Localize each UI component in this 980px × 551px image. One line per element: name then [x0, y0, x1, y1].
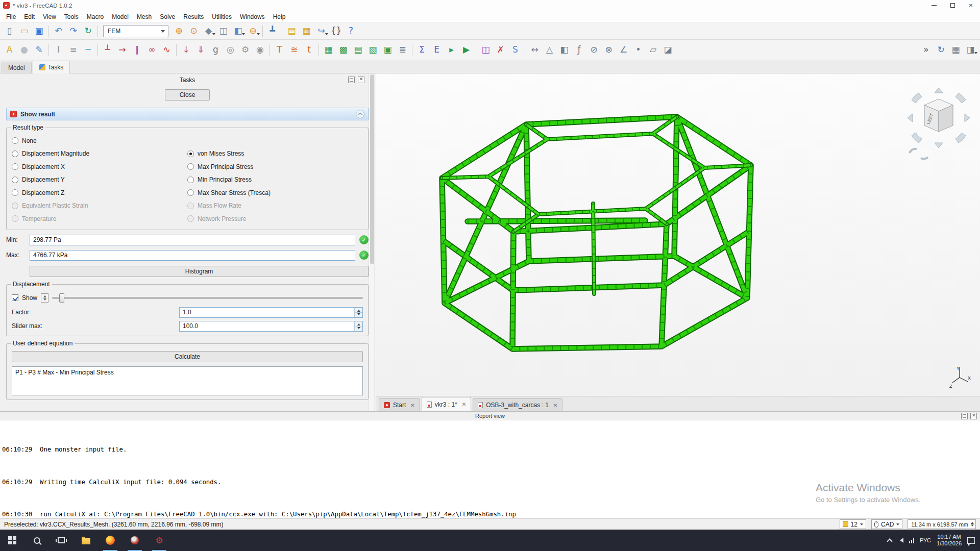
- toolbar-separator[interactable]: [46, 23, 51, 38]
- fem-material-solid-button[interactable]: ●: [17, 42, 32, 57]
- new-document-button[interactable]: ▯: [2, 23, 17, 38]
- menu-edit[interactable]: Edit: [20, 12, 39, 21]
- fem-mesh-boundary-layer-button[interactable]: ▤: [351, 42, 365, 57]
- tab-tasks[interactable]: Tasks: [33, 61, 70, 73]
- spin-down-icon[interactable]: [355, 313, 362, 317]
- navigation-cube[interactable]: LEFT: [900, 83, 977, 164]
- zoom-tools-button[interactable]: ⊖: [246, 23, 260, 38]
- fem-mesh-model[interactable]: [376, 73, 980, 396]
- fem-constraint-self-weight-button[interactable]: g: [208, 42, 223, 57]
- fit-all-button[interactable]: ⊕: [172, 23, 186, 38]
- fem-solver-calculix-button[interactable]: Σ: [414, 42, 429, 57]
- slider-max-spinbox[interactable]: 100.0: [179, 321, 363, 332]
- workbench-selector[interactable]: FEM: [103, 25, 168, 37]
- fem-element-shell-button[interactable]: ≡: [66, 42, 81, 57]
- equation-input[interactable]: P1 - P3 # Max - Min Principal Stress: [12, 366, 363, 395]
- redo-button[interactable]: ↷: [66, 23, 81, 38]
- mesh-display-button[interactable]: ▦: [948, 42, 963, 57]
- fem-constraint-temperature-button[interactable]: T: [272, 42, 287, 57]
- radio-max-principal-stress[interactable]: Max Principal Stress: [187, 160, 363, 173]
- tab-close-icon[interactable]: [553, 403, 557, 408]
- fem-results-show-button[interactable]: ◫: [478, 42, 493, 57]
- section-view-button[interactable]: ◨: [963, 42, 978, 57]
- search-button[interactable]: [24, 530, 49, 551]
- tab-close-icon[interactable]: [410, 403, 414, 408]
- dimension-readout[interactable]: 11.34 m x 6198.57 mm: [908, 519, 976, 529]
- fem-constraint-pulley-button[interactable]: ◉: [253, 42, 267, 57]
- start-button[interactable]: [0, 530, 24, 551]
- file-explorer-button[interactable]: [74, 530, 98, 551]
- toolbar-separator[interactable]: [267, 42, 272, 57]
- fem-constraint-heatflux-button[interactable]: ≋: [287, 42, 302, 57]
- radio-displacement-x[interactable]: Displacement X: [12, 160, 187, 173]
- spin-up-icon[interactable]: [355, 321, 362, 327]
- displacement-stepper[interactable]: [41, 293, 48, 303]
- 3d-viewport[interactable]: LEFT Y X Z Start vkr3 : 1*: [376, 73, 980, 411]
- menu-results[interactable]: Results: [179, 12, 208, 21]
- toolbar-separator[interactable]: [95, 42, 100, 57]
- close-button[interactable]: [962, 0, 980, 11]
- fem-constraint-fixed-button[interactable]: ┴: [100, 42, 115, 57]
- report-close-icon[interactable]: [970, 413, 977, 419]
- maximize-button[interactable]: [943, 0, 962, 11]
- panel-float-icon[interactable]: [348, 77, 355, 83]
- toolbar-overflow-button[interactable]: »: [919, 42, 934, 57]
- menu-view[interactable]: View: [39, 12, 60, 21]
- fem-constraint-displacement-button[interactable]: →: [115, 42, 130, 57]
- calculate-button[interactable]: Calculate: [12, 351, 363, 362]
- menu-macro[interactable]: Macro: [83, 12, 108, 21]
- collapse-section-button[interactable]: [356, 110, 364, 118]
- minimize-button[interactable]: [925, 0, 943, 11]
- spin-down-icon[interactable]: [355, 327, 362, 331]
- toolbar-separator[interactable]: [260, 23, 265, 38]
- task-close-button[interactable]: Close: [165, 89, 210, 101]
- fem-mesh-gmsh-button[interactable]: ▦: [321, 42, 336, 57]
- fem-constraint-contact-button[interactable]: ∥: [130, 42, 144, 57]
- create-part-button[interactable]: ▤: [284, 23, 299, 38]
- tab-vkr3[interactable]: vkr3 : 1*: [422, 397, 471, 411]
- radio-displacement-magnitude[interactable]: Displacement Magnitude: [12, 147, 187, 161]
- standard-views-button[interactable]: ◧: [231, 23, 246, 38]
- spin-down-icon[interactable]: [971, 524, 974, 528]
- fem-post-point-probe-button[interactable]: •: [631, 42, 646, 57]
- toolbar-separator[interactable]: [410, 42, 414, 57]
- radio-network-pressure[interactable]: Network Pressure: [187, 212, 363, 226]
- min-value-field[interactable]: 298.77 Pa: [30, 235, 355, 245]
- create-group-button[interactable]: ▦: [299, 23, 314, 38]
- fem-results-purge-button[interactable]: ✗: [493, 42, 508, 57]
- toolbar-separator[interactable]: [280, 23, 284, 38]
- factor-spinbox[interactable]: 1.0: [179, 307, 363, 318]
- tab-close-icon[interactable]: [462, 402, 466, 407]
- scrollbar-thumb[interactable]: [370, 74, 374, 264]
- draw-style-button[interactable]: ◆: [201, 23, 216, 38]
- fem-element-fluid-button[interactable]: ~: [81, 42, 95, 57]
- menu-file[interactable]: File: [2, 12, 20, 21]
- menu-windows[interactable]: Windows: [236, 12, 269, 21]
- radio-mass-flow-rate[interactable]: Mass Flow Rate: [187, 199, 363, 213]
- toolbar-separator[interactable]: [523, 42, 527, 57]
- tab-model[interactable]: Model: [2, 62, 32, 73]
- hidden-icons-chevron-icon[interactable]: [887, 538, 892, 544]
- sync-view-button[interactable]: ↻: [934, 42, 948, 57]
- fem-constraint-pressure-button[interactable]: ⇓: [193, 42, 208, 57]
- fem-mesh-group-button[interactable]: ▣: [380, 42, 395, 57]
- max-value-field[interactable]: 4766.77 kPa: [30, 250, 355, 261]
- panel-scrollbar[interactable]: [369, 73, 375, 411]
- fem-solver-control-button[interactable]: ▸: [444, 42, 459, 57]
- fem-constraint-bearing-button[interactable]: ◎: [223, 42, 238, 57]
- fem-constraint-gear-button[interactable]: ⚙: [238, 42, 253, 57]
- radio-displacement-y[interactable]: Displacement Y: [12, 173, 187, 187]
- viewport-layout-button[interactable]: ◫: [216, 23, 231, 38]
- fem-mesh-info-button[interactable]: ≣: [395, 42, 410, 57]
- fem-constraint-force-button[interactable]: ↓: [179, 42, 193, 57]
- toolbar-separator[interactable]: [474, 42, 478, 57]
- refresh-button[interactable]: ↻: [81, 23, 95, 38]
- fem-material-editor-button[interactable]: ✎: [32, 42, 46, 57]
- radio-von-mises-stress[interactable]: von Mises Stress: [187, 147, 363, 161]
- media-app-button[interactable]: [122, 530, 147, 551]
- whats-this-button[interactable]: ?: [344, 23, 358, 38]
- displacement-slider[interactable]: [52, 293, 363, 303]
- open-document-button[interactable]: ▭: [17, 23, 32, 38]
- fem-post-cut-button[interactable]: ⊗: [601, 42, 616, 57]
- undo-button[interactable]: ↶: [51, 23, 66, 38]
